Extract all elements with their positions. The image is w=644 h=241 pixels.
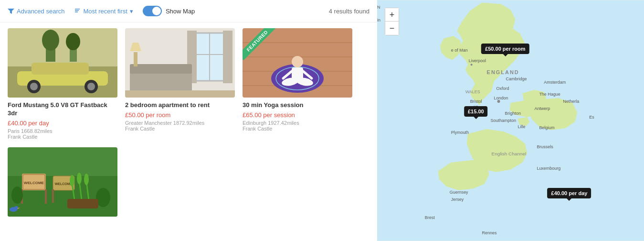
svg-point-79 — [471, 64, 473, 66]
listing-image-wrap: FEATURED — [243, 28, 352, 98]
svg-text:Southampton: Southampton — [491, 118, 516, 123]
listing-location: Greater Manchester 1872.92miles — [125, 120, 235, 126]
show-map-toggle-container: Show Map — [143, 6, 195, 16]
left-panel: Advanced search Most recent first ▾ Show… — [0, 0, 377, 241]
svg-text:Brest: Brest — [425, 215, 435, 220]
svg-text:e of Man: e of Man — [451, 48, 468, 53]
svg-point-56 — [77, 173, 82, 184]
sort-button[interactable]: Most recent first ▾ — [74, 8, 133, 15]
svg-text:Netherla: Netherla — [563, 99, 579, 104]
map-pin-3[interactable]: £40.00 per day — [548, 188, 591, 198]
svg-text:Liverpool: Liverpool — [469, 58, 486, 63]
svg-text:WELCOME: WELCOME — [24, 181, 44, 185]
listing-image-wrap: WELCOME WELCOME — [8, 147, 117, 217]
sort-label: Most recent first — [83, 8, 127, 15]
svg-rect-27 — [125, 90, 235, 98]
filter-icon — [8, 8, 14, 14]
svg-text:Es: Es — [589, 115, 594, 120]
listing-image-car — [8, 28, 117, 98]
zoom-out-button[interactable]: − — [385, 22, 399, 35]
svg-text:Antwerp: Antwerp — [534, 106, 550, 111]
advanced-search-label: Advanced search — [17, 8, 64, 15]
svg-rect-24 — [130, 64, 192, 74]
svg-text:The Hague: The Hague — [539, 92, 560, 97]
svg-marker-0 — [8, 9, 14, 14]
map-controls: + − — [385, 8, 399, 35]
listings-grid: Ford Mustang 5.0 V8 GT Fastback 3dr £40.… — [0, 22, 377, 226]
listing-price: £65.00 per session — [243, 111, 352, 119]
svg-text:N: N — [377, 5, 380, 10]
svg-point-54 — [70, 175, 74, 186]
featured-ribbon-wrapper: FEATURED — [243, 28, 281, 66]
svg-point-51 — [11, 186, 23, 204]
results-count: 4 results found — [329, 8, 370, 15]
svg-text:Oxford: Oxford — [496, 86, 509, 91]
advanced-search-button[interactable]: Advanced search — [8, 8, 64, 15]
listing-location: Edinburgh 1927.42miles — [243, 120, 352, 126]
featured-badge: FEATURED — [243, 28, 276, 60]
svg-rect-7 — [32, 63, 89, 75]
listing-image-wrap — [8, 28, 117, 98]
svg-text:Luxembourg: Luxembourg — [537, 166, 560, 171]
listing-title: Ford Mustang 5.0 V8 GT Fastback 3dr — [8, 101, 117, 118]
toolbar: Advanced search Most recent first ▾ Show… — [0, 0, 377, 22]
listing-image-wrap — [125, 28, 235, 98]
svg-text:Brighton: Brighton — [505, 111, 521, 116]
listing-location: Paris 1668.82miles — [8, 128, 117, 134]
listing-title: 2 bedroom apartment to rent — [125, 101, 235, 110]
listing-image-bedroom — [125, 28, 235, 98]
listing-card[interactable]: WELCOME WELCOME — [8, 147, 117, 220]
map-pin-2[interactable]: £15.00 — [464, 106, 488, 117]
sort-chevron-icon: ▾ — [130, 8, 133, 15]
sort-icon — [74, 8, 81, 14]
svg-point-35 — [292, 56, 303, 67]
svg-text:Plymouth: Plymouth — [451, 130, 469, 135]
svg-rect-50 — [52, 189, 54, 203]
svg-text:Bristol: Bristol — [470, 99, 482, 104]
listing-seller: Frank Castle — [243, 126, 352, 131]
svg-text:Jersey: Jersey — [451, 197, 464, 202]
svg-text:Amsterdam: Amsterdam — [544, 80, 566, 85]
svg-text:Cambridge: Cambridge — [506, 77, 527, 81]
svg-point-11 — [87, 83, 95, 90]
toolbar-left: Advanced search Most recent first ▾ Show… — [8, 6, 319, 16]
listing-seller: Frank Castle — [8, 134, 117, 140]
svg-text:Guernsey: Guernsey — [450, 190, 468, 195]
svg-point-83 — [497, 100, 500, 103]
map-panel: ENGLAND WALES English Channel Guernsey J… — [377, 0, 644, 241]
svg-text:in: in — [377, 18, 380, 22]
svg-text:London: London — [494, 96, 508, 100]
show-map-toggle[interactable] — [143, 6, 162, 16]
zoom-in-button[interactable]: + — [385, 8, 399, 22]
listing-card[interactable]: 2 bedroom apartment to rent £50.00 per r… — [125, 28, 235, 140]
listing-image-garden: WELCOME WELCOME — [8, 147, 117, 217]
svg-text:WELCOME: WELCOME — [55, 182, 73, 186]
listing-card[interactable]: FEATURED 30 min Yoga session £65.00 per … — [243, 28, 352, 140]
svg-point-58 — [84, 174, 89, 185]
svg-text:Rennes: Rennes — [482, 230, 497, 235]
listing-price: £50.00 per room — [125, 111, 235, 119]
map-background: ENGLAND WALES English Channel Guernsey J… — [377, 0, 644, 241]
listing-card[interactable]: Ford Mustang 5.0 V8 GT Fastback 3dr £40.… — [8, 28, 117, 140]
svg-text:English Channel: English Channel — [492, 151, 527, 156]
svg-point-61 — [14, 206, 18, 210]
svg-text:ENGLAND: ENGLAND — [487, 69, 519, 75]
svg-text:Lille: Lille — [517, 124, 525, 129]
show-map-label: Show Map — [166, 8, 195, 15]
listing-title: 30 min Yoga session — [243, 101, 352, 110]
listing-price: £40.00 per day — [8, 120, 117, 127]
map-pin-1[interactable]: £50.00 per room — [481, 44, 529, 54]
svg-text:WALES: WALES — [465, 89, 480, 94]
svg-point-13 — [42, 30, 59, 51]
svg-rect-47 — [45, 189, 47, 204]
svg-text:Belgium: Belgium — [539, 125, 554, 130]
listing-seller: Frank Castle — [125, 126, 235, 131]
svg-rect-25 — [134, 52, 137, 66]
svg-rect-59 — [67, 199, 98, 208]
svg-point-9 — [30, 83, 38, 90]
svg-text:Brussels: Brussels — [537, 144, 553, 149]
svg-rect-22 — [223, 31, 232, 83]
svg-point-15 — [66, 33, 80, 50]
